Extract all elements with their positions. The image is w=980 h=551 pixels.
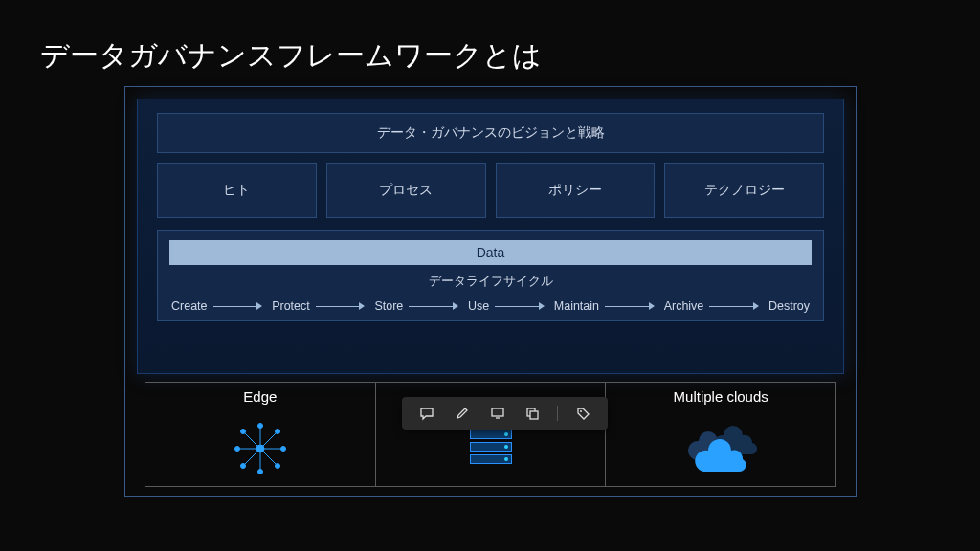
svg-point-3	[275, 429, 279, 433]
lifecycle-label: データライフサイクル	[169, 273, 812, 290]
svg-point-13	[234, 446, 239, 451]
svg-rect-17	[492, 408, 503, 416]
governance-panel: データ・ガバナンスのビジョンと戦略 ヒト プロセス ポリシー テクノロジー Da…	[137, 99, 844, 374]
screen-icon	[490, 406, 505, 421]
svg-point-11	[240, 463, 245, 468]
copy-button[interactable]	[522, 403, 543, 424]
svg-point-5	[280, 446, 285, 451]
tag-button[interactable]	[572, 403, 593, 424]
env-edge: Edge	[145, 382, 376, 487]
arrow-icon	[316, 306, 369, 307]
arrow-icon	[409, 306, 462, 307]
svg-point-9	[257, 469, 262, 474]
framework-frame: データ・ガバナンスのビジョンと戦略 ヒト プロセス ポリシー テクノロジー Da…	[124, 86, 857, 497]
copy-icon	[524, 406, 540, 421]
env-edge-label: Edge	[243, 388, 277, 405]
tag-icon	[575, 406, 590, 421]
pillar-people: ヒト	[157, 163, 317, 218]
screen-button[interactable]	[487, 403, 508, 424]
toolbar-separator	[557, 406, 558, 421]
arrow-icon	[709, 306, 763, 307]
arrow-icon	[213, 306, 267, 307]
pen-button[interactable]	[452, 403, 473, 424]
vision-strategy-box: データ・ガバナンスのビジョンと戦略	[157, 113, 824, 153]
vision-label: データ・ガバナンスのビジョンと戦略	[377, 124, 605, 142]
lifecycle-steps: Create Protect Store Use Maintain Archiv…	[169, 299, 812, 313]
svg-point-7	[275, 463, 279, 468]
comment-icon	[419, 406, 434, 421]
step-protect: Protect	[272, 299, 310, 313]
page-title: データガバナンスフレームワークとは	[40, 36, 542, 76]
pillar-policy: ポリシー	[496, 163, 656, 218]
comment-button[interactable]	[416, 403, 437, 424]
arrow-icon	[495, 306, 548, 307]
network-star-icon	[232, 420, 289, 477]
pillars-row: ヒト プロセス ポリシー テクノロジー	[157, 163, 824, 218]
pillar-technology: テクノロジー	[664, 163, 824, 218]
step-archive: Archive	[664, 299, 704, 313]
svg-rect-20	[530, 411, 538, 419]
svg-point-1	[257, 423, 262, 428]
pillar-process: プロセス	[326, 163, 486, 218]
lifecycle-box: Data データライフサイクル Create Protect Store Use…	[157, 230, 824, 321]
arrow-icon	[605, 306, 658, 307]
step-maintain: Maintain	[554, 299, 599, 313]
svg-point-15	[240, 429, 245, 433]
pen-icon	[455, 406, 470, 421]
step-store: Store	[374, 299, 403, 313]
env-clouds: Multiple clouds	[605, 382, 836, 487]
svg-point-16	[256, 445, 264, 452]
data-bar: Data	[169, 240, 812, 265]
svg-point-21	[580, 410, 582, 412]
multiple-clouds-icon	[678, 422, 764, 474]
presenter-toolbar[interactable]	[402, 397, 608, 430]
step-use: Use	[468, 299, 489, 313]
step-destroy: Destroy	[768, 299, 810, 313]
env-clouds-label: Multiple clouds	[674, 388, 768, 405]
step-create: Create	[171, 299, 208, 313]
